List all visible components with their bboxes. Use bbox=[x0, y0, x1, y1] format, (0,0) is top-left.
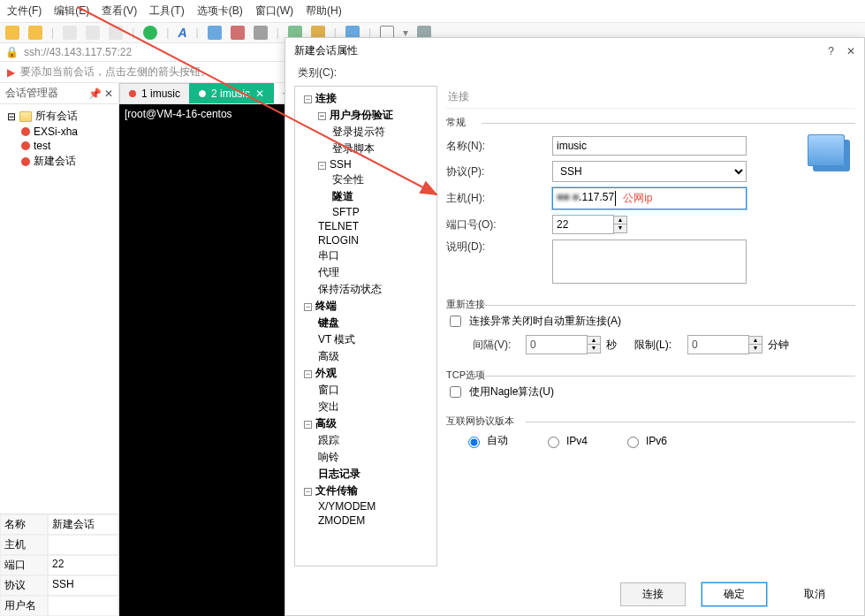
nagle-checkbox[interactable]: 使用Nagle算法(U) bbox=[446, 384, 554, 400]
port-input[interactable] bbox=[552, 215, 614, 234]
annotation-public-ip: 公网ip bbox=[623, 191, 652, 206]
font-icon[interactable]: A bbox=[178, 26, 186, 40]
form-header: 连接 bbox=[446, 86, 855, 109]
help-icon[interactable]: ? bbox=[828, 45, 834, 57]
prop-key: 主机 bbox=[0, 535, 48, 555]
port-spinner[interactable]: ▲▼ bbox=[614, 216, 627, 233]
dialog-form: 连接 常规 名称(N): 协议(P):SSH 主机(H): ■■ ■ .117.… bbox=[446, 86, 855, 567]
protocol-select[interactable]: SSH bbox=[552, 161, 747, 182]
address-text[interactable]: ssh://43.143.117.57:22 bbox=[24, 46, 132, 58]
tree-root[interactable]: 所有会话 bbox=[35, 109, 78, 124]
menu-tabs[interactable]: 选项卡(B) bbox=[197, 4, 243, 19]
host-visible: .117.57 bbox=[579, 191, 614, 206]
label-name: 名称(N): bbox=[446, 139, 552, 154]
session-tree[interactable]: ⊟所有会话 EXSi-xha test 新建会话 bbox=[0, 104, 118, 513]
menu-edit[interactable]: 编辑(E) bbox=[54, 4, 89, 19]
tree-zmodem[interactable]: ZMODEM bbox=[297, 513, 435, 528]
group-reconnect: 重新连接 bbox=[446, 299, 485, 309]
close-tab-icon[interactable]: ✕ bbox=[255, 87, 264, 100]
tool-icon[interactable] bbox=[208, 26, 222, 40]
tree-sftp[interactable]: SFTP bbox=[297, 205, 435, 219]
tree-bell[interactable]: 响铃 bbox=[297, 449, 435, 466]
bookmark-icon: ▶ bbox=[7, 66, 15, 79]
session-item[interactable]: 新建会话 bbox=[34, 154, 76, 169]
tree-trace[interactable]: 跟踪 bbox=[297, 432, 435, 449]
prop-val: 22 bbox=[48, 555, 118, 575]
name-input[interactable] bbox=[552, 136, 747, 156]
tree-telnet[interactable]: TELNET bbox=[297, 219, 435, 233]
prop-val bbox=[48, 596, 118, 616]
tree-login-script[interactable]: 登录脚本 bbox=[297, 141, 435, 157]
label-protocol: 协议(P): bbox=[446, 164, 552, 179]
menu-help[interactable]: 帮助(H) bbox=[306, 4, 342, 19]
tree-proxy[interactable]: 代理 bbox=[297, 264, 435, 281]
tool3-icon[interactable] bbox=[254, 26, 268, 40]
host-input[interactable]: ■■ ■ .117.57 公网ip bbox=[552, 187, 747, 209]
cancel-button[interactable]: 取消 bbox=[783, 582, 846, 606]
tab-label: 1 imusic bbox=[141, 87, 180, 100]
tree-advanced[interactable]: 高级 bbox=[315, 417, 337, 430]
tree-tunnel[interactable]: 隧道 bbox=[297, 188, 435, 205]
tab-session-1[interactable]: 1 imusic bbox=[119, 83, 190, 103]
radio-auto[interactable]: 自动 bbox=[464, 433, 508, 448]
tree-connection[interactable]: 连接 bbox=[315, 92, 337, 104]
tree-vt[interactable]: VT 模式 bbox=[297, 331, 435, 348]
paste-icon[interactable] bbox=[86, 26, 100, 40]
category-tree[interactable]: −连接 −用户身份验证 登录提示符 登录脚本 −SSH 安全性 隧道 SFTP … bbox=[294, 86, 437, 567]
computers-icon bbox=[808, 134, 845, 166]
connect-icon[interactable] bbox=[143, 26, 157, 40]
tree-keyboard[interactable]: 键盘 bbox=[318, 316, 339, 329]
collapse-icon[interactable]: ⊟ bbox=[7, 110, 16, 123]
tree-auth[interactable]: 用户身份验证 bbox=[330, 109, 393, 121]
cut-icon[interactable] bbox=[109, 26, 123, 40]
tab-session-2[interactable]: 2 imusic✕ bbox=[189, 83, 274, 103]
tree-ssh[interactable]: SSH bbox=[330, 158, 352, 171]
menu-file[interactable]: 文件(F) bbox=[7, 4, 42, 19]
group-tcp: TCP选项 bbox=[446, 369, 485, 380]
connect-button[interactable]: 连接 bbox=[620, 582, 686, 606]
session-icon bbox=[21, 127, 30, 136]
tree-serial[interactable]: 串口 bbox=[297, 247, 435, 264]
group-general: 常规 bbox=[446, 117, 466, 127]
copy-icon[interactable] bbox=[63, 26, 77, 40]
ok-button[interactable]: 确定 bbox=[702, 582, 767, 606]
dialog-title: 新建会话属性 bbox=[294, 43, 358, 58]
menu-view[interactable]: 查看(V) bbox=[102, 4, 137, 19]
menu-tools[interactable]: 工具(T) bbox=[149, 4, 184, 19]
radio-ipv6[interactable]: IPv6 bbox=[623, 433, 667, 448]
status-dot-icon bbox=[129, 90, 136, 97]
session-item[interactable]: test bbox=[34, 140, 50, 152]
label-port: 端口号(O): bbox=[446, 217, 552, 232]
desc-input[interactable] bbox=[552, 240, 747, 284]
limit-spinner: ▲▼ bbox=[749, 336, 763, 354]
interval-input bbox=[526, 335, 588, 354]
tree-window[interactable]: 窗口 bbox=[297, 382, 435, 399]
tree-appearance[interactable]: 外观 bbox=[315, 367, 337, 379]
new-icon[interactable] bbox=[5, 26, 19, 40]
tree-filetransfer[interactable]: 文件传输 bbox=[315, 484, 358, 497]
tree-advanced1[interactable]: 高级 bbox=[297, 348, 435, 365]
tree-highlight[interactable]: 突出 bbox=[297, 399, 435, 415]
close-panel-icon[interactable]: ✕ bbox=[104, 87, 113, 100]
label-interval: 间隔(V): bbox=[473, 338, 526, 353]
tree-security[interactable]: 安全性 bbox=[297, 171, 435, 188]
tree-terminal[interactable]: 终端 bbox=[315, 300, 337, 312]
panel-title: 会话管理器 bbox=[5, 86, 58, 101]
menu-window[interactable]: 窗口(W) bbox=[255, 4, 293, 19]
menu-bar: 文件(F) 编辑(E) 查看(V) 工具(T) 选项卡(B) 窗口(W) 帮助(… bbox=[0, 0, 865, 23]
label-desc: 说明(D): bbox=[446, 240, 552, 255]
radio-ipv4[interactable]: IPv4 bbox=[543, 433, 588, 448]
open-icon[interactable] bbox=[28, 26, 42, 40]
pin-icon[interactable]: 📌 bbox=[88, 87, 102, 100]
close-icon[interactable]: ✕ bbox=[846, 45, 855, 57]
tree-log[interactable]: 日志记录 bbox=[318, 468, 360, 480]
tool2-icon[interactable] bbox=[231, 26, 245, 40]
reconnect-checkbox[interactable]: 连接异常关闭时自动重新连接(A) bbox=[446, 313, 621, 330]
tree-xymodem[interactable]: X/YMODEM bbox=[297, 499, 435, 513]
tree-keepalive[interactable]: 保持活动状态 bbox=[297, 281, 435, 298]
category-label: 类别(C): bbox=[294, 64, 855, 86]
session-item[interactable]: EXSi-xha bbox=[34, 125, 78, 138]
tree-rlogin[interactable]: RLOGIN bbox=[297, 233, 435, 247]
tree-login-prompt[interactable]: 登录提示符 bbox=[297, 124, 435, 141]
group-ip: 互联网协议版本 bbox=[446, 415, 514, 426]
